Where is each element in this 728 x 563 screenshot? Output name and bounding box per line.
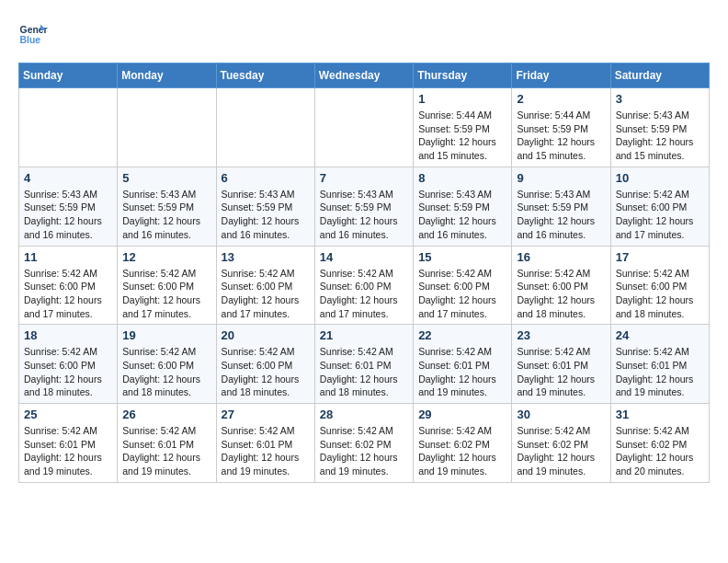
- calendar-header-row: SundayMondayTuesdayWednesdayThursdayFrid…: [19, 63, 710, 88]
- day-number: 11: [24, 250, 112, 264]
- calendar-cell: 14Sunrise: 5:42 AM Sunset: 6:00 PM Dayli…: [314, 246, 413, 325]
- calendar-cell: 21Sunrise: 5:42 AM Sunset: 6:01 PM Dayli…: [314, 325, 413, 404]
- day-info: Sunrise: 5:42 AM Sunset: 6:00 PM Dayligh…: [616, 267, 704, 321]
- calendar-week-row: 1Sunrise: 5:44 AM Sunset: 5:59 PM Daylig…: [19, 88, 710, 167]
- day-info: Sunrise: 5:43 AM Sunset: 5:59 PM Dayligh…: [320, 188, 408, 242]
- calendar-cell: [216, 88, 314, 167]
- day-info: Sunrise: 5:43 AM Sunset: 5:59 PM Dayligh…: [222, 188, 310, 242]
- calendar-cell: 17Sunrise: 5:42 AM Sunset: 6:00 PM Dayli…: [610, 246, 709, 325]
- calendar-cell: 26Sunrise: 5:42 AM Sunset: 6:01 PM Dayli…: [118, 404, 216, 483]
- day-number: 23: [517, 328, 605, 342]
- day-number: 30: [517, 408, 605, 421]
- day-number: 21: [320, 328, 408, 342]
- calendar-week-row: 4Sunrise: 5:43 AM Sunset: 5:59 PM Daylig…: [19, 167, 710, 246]
- calendar-cell: 1Sunrise: 5:44 AM Sunset: 5:59 PM Daylig…: [414, 88, 512, 167]
- calendar-cell: 22Sunrise: 5:42 AM Sunset: 6:01 PM Dayli…: [414, 325, 512, 404]
- calendar-week-row: 25Sunrise: 5:42 AM Sunset: 6:01 PM Dayli…: [19, 404, 710, 483]
- day-info: Sunrise: 5:42 AM Sunset: 6:02 PM Dayligh…: [616, 424, 704, 478]
- day-number: 6: [222, 171, 310, 185]
- calendar-cell: 15Sunrise: 5:42 AM Sunset: 6:00 PM Dayli…: [414, 246, 512, 325]
- calendar-cell: 8Sunrise: 5:43 AM Sunset: 5:59 PM Daylig…: [414, 167, 512, 246]
- calendar-cell: 10Sunrise: 5:42 AM Sunset: 6:00 PM Dayli…: [610, 167, 709, 246]
- calendar-week-row: 18Sunrise: 5:42 AM Sunset: 6:00 PM Dayli…: [19, 325, 710, 404]
- day-number: 1: [418, 92, 506, 106]
- calendar-cell: 19Sunrise: 5:42 AM Sunset: 6:00 PM Dayli…: [118, 325, 216, 404]
- day-number: 28: [320, 408, 408, 421]
- day-info: Sunrise: 5:42 AM Sunset: 6:01 PM Dayligh…: [24, 424, 112, 478]
- day-info: Sunrise: 5:42 AM Sunset: 6:00 PM Dayligh…: [320, 267, 408, 321]
- calendar-cell: 13Sunrise: 5:42 AM Sunset: 6:00 PM Dayli…: [216, 246, 314, 325]
- day-info: Sunrise: 5:42 AM Sunset: 6:00 PM Dayligh…: [24, 267, 112, 321]
- day-info: Sunrise: 5:42 AM Sunset: 6:00 PM Dayligh…: [24, 345, 112, 399]
- calendar-cell: 16Sunrise: 5:42 AM Sunset: 6:00 PM Dayli…: [512, 246, 610, 325]
- day-info: Sunrise: 5:43 AM Sunset: 5:59 PM Dayligh…: [122, 188, 210, 242]
- calendar-cell: 12Sunrise: 5:42 AM Sunset: 6:00 PM Dayli…: [118, 246, 216, 325]
- day-number: 8: [418, 171, 506, 185]
- day-info: Sunrise: 5:43 AM Sunset: 5:59 PM Dayligh…: [517, 188, 605, 242]
- day-number: 9: [517, 171, 605, 185]
- day-number: 22: [418, 328, 506, 342]
- calendar-cell: 18Sunrise: 5:42 AM Sunset: 6:00 PM Dayli…: [19, 325, 118, 404]
- day-number: 31: [616, 408, 704, 421]
- logo-icon: General Blue: [18, 18, 48, 48]
- calendar-cell: 30Sunrise: 5:42 AM Sunset: 6:02 PM Dayli…: [512, 404, 610, 483]
- calendar-cell: 4Sunrise: 5:43 AM Sunset: 5:59 PM Daylig…: [19, 167, 118, 246]
- day-number: 15: [418, 250, 506, 264]
- day-info: Sunrise: 5:42 AM Sunset: 6:00 PM Dayligh…: [222, 267, 310, 321]
- calendar-week-row: 11Sunrise: 5:42 AM Sunset: 6:00 PM Dayli…: [19, 246, 710, 325]
- day-number: 12: [122, 250, 210, 264]
- calendar-table: SundayMondayTuesdayWednesdayThursdayFrid…: [18, 63, 710, 483]
- calendar-cell: 5Sunrise: 5:43 AM Sunset: 5:59 PM Daylig…: [118, 167, 216, 246]
- calendar-cell: 25Sunrise: 5:42 AM Sunset: 6:01 PM Dayli…: [19, 404, 118, 483]
- calendar-cell: 6Sunrise: 5:43 AM Sunset: 5:59 PM Daylig…: [216, 167, 314, 246]
- day-number: 3: [616, 92, 704, 106]
- day-info: Sunrise: 5:44 AM Sunset: 5:59 PM Dayligh…: [418, 109, 506, 163]
- calendar-cell: 7Sunrise: 5:43 AM Sunset: 5:59 PM Daylig…: [314, 167, 413, 246]
- calendar-cell: [118, 88, 216, 167]
- day-info: Sunrise: 5:43 AM Sunset: 5:59 PM Dayligh…: [616, 109, 704, 163]
- day-info: Sunrise: 5:42 AM Sunset: 6:01 PM Dayligh…: [418, 345, 506, 399]
- day-header-thursday: Thursday: [414, 63, 512, 88]
- day-info: Sunrise: 5:42 AM Sunset: 6:00 PM Dayligh…: [222, 345, 310, 399]
- day-number: 2: [517, 92, 605, 106]
- day-number: 17: [616, 250, 704, 264]
- day-header-tuesday: Tuesday: [216, 63, 314, 88]
- day-number: 4: [24, 171, 112, 185]
- day-number: 10: [616, 171, 704, 185]
- day-number: 25: [24, 408, 112, 421]
- calendar-cell: 3Sunrise: 5:43 AM Sunset: 5:59 PM Daylig…: [610, 88, 709, 167]
- day-info: Sunrise: 5:42 AM Sunset: 6:01 PM Dayligh…: [616, 345, 704, 399]
- day-number: 13: [222, 250, 310, 264]
- day-info: Sunrise: 5:42 AM Sunset: 6:01 PM Dayligh…: [320, 345, 408, 399]
- day-header-monday: Monday: [118, 63, 216, 88]
- day-header-sunday: Sunday: [19, 63, 118, 88]
- calendar-cell: 28Sunrise: 5:42 AM Sunset: 6:02 PM Dayli…: [314, 404, 413, 483]
- calendar-cell: 24Sunrise: 5:42 AM Sunset: 6:01 PM Dayli…: [610, 325, 709, 404]
- day-number: 26: [122, 408, 210, 421]
- day-info: Sunrise: 5:42 AM Sunset: 6:02 PM Dayligh…: [517, 424, 605, 478]
- day-number: 14: [320, 250, 408, 264]
- day-number: 20: [222, 328, 310, 342]
- day-number: 18: [24, 328, 112, 342]
- day-info: Sunrise: 5:42 AM Sunset: 6:02 PM Dayligh…: [320, 424, 408, 478]
- calendar-cell: 29Sunrise: 5:42 AM Sunset: 6:02 PM Dayli…: [414, 404, 512, 483]
- day-header-saturday: Saturday: [610, 63, 709, 88]
- calendar-cell: 11Sunrise: 5:42 AM Sunset: 6:00 PM Dayli…: [19, 246, 118, 325]
- day-info: Sunrise: 5:42 AM Sunset: 6:00 PM Dayligh…: [517, 267, 605, 321]
- calendar-cell: 9Sunrise: 5:43 AM Sunset: 5:59 PM Daylig…: [512, 167, 610, 246]
- day-info: Sunrise: 5:42 AM Sunset: 6:00 PM Dayligh…: [418, 267, 506, 321]
- calendar-cell: [314, 88, 413, 167]
- day-info: Sunrise: 5:44 AM Sunset: 5:59 PM Dayligh…: [517, 109, 605, 163]
- day-header-friday: Friday: [512, 63, 610, 88]
- day-header-wednesday: Wednesday: [314, 63, 413, 88]
- calendar-cell: [19, 88, 118, 167]
- day-info: Sunrise: 5:42 AM Sunset: 6:00 PM Dayligh…: [122, 345, 210, 399]
- day-info: Sunrise: 5:42 AM Sunset: 6:02 PM Dayligh…: [418, 424, 506, 478]
- day-number: 24: [616, 328, 704, 342]
- day-info: Sunrise: 5:43 AM Sunset: 5:59 PM Dayligh…: [418, 188, 506, 242]
- day-number: 5: [122, 171, 210, 185]
- page-header: General Blue: [18, 18, 710, 48]
- day-info: Sunrise: 5:42 AM Sunset: 6:00 PM Dayligh…: [616, 188, 704, 242]
- day-info: Sunrise: 5:42 AM Sunset: 6:01 PM Dayligh…: [122, 424, 210, 478]
- logo: General Blue: [18, 18, 48, 48]
